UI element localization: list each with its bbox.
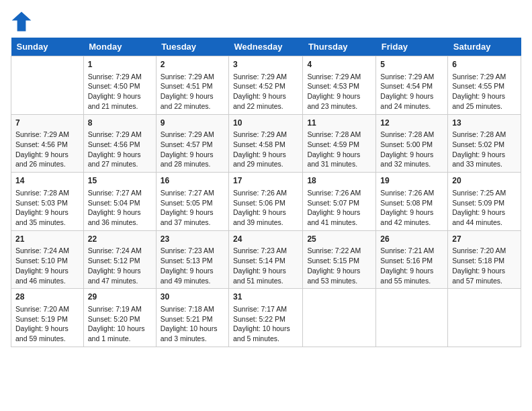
day-number: 29 [88,291,152,303]
day-cell: 23Sunrise: 7:23 AM Sunset: 5:13 PM Dayli… [156,230,228,289]
day-cell: 3Sunrise: 7:29 AM Sunset: 4:52 PM Daylig… [229,56,303,115]
day-info: Sunrise: 7:28 AM Sunset: 4:59 PM Dayligh… [307,130,371,169]
day-number: 9 [161,118,224,129]
day-cell: 27Sunrise: 7:20 AM Sunset: 5:18 PM Dayli… [448,230,521,289]
day-number: 20 [452,175,517,187]
header-day-thursday: Thursday [303,38,376,56]
day-cell: 12Sunrise: 7:28 AM Sunset: 5:00 PM Dayli… [376,114,448,173]
day-info: Sunrise: 7:23 AM Sunset: 5:13 PM Dayligh… [161,246,224,285]
week-row-4: 21Sunrise: 7:24 AM Sunset: 5:10 PM Dayli… [11,230,521,289]
day-number: 25 [307,234,371,245]
day-info: Sunrise: 7:29 AM Sunset: 4:50 PM Dayligh… [88,72,152,111]
day-info: Sunrise: 7:26 AM Sunset: 5:06 PM Dayligh… [233,188,298,228]
day-cell: 25Sunrise: 7:22 AM Sunset: 5:15 PM Dayli… [303,230,376,289]
day-number: 27 [452,234,517,245]
logo [11,11,35,32]
day-number: 14 [15,175,79,187]
day-number: 2 [161,59,224,71]
day-cell [376,289,448,347]
day-info: Sunrise: 7:18 AM Sunset: 5:21 PM Dayligh… [161,304,224,344]
day-number: 7 [15,118,79,129]
day-info: Sunrise: 7:29 AM Sunset: 4:58 PM Dayligh… [233,130,298,169]
day-cell: 22Sunrise: 7:24 AM Sunset: 5:12 PM Dayli… [83,230,156,289]
day-number: 23 [161,234,224,245]
day-cell: 13Sunrise: 7:28 AM Sunset: 5:02 PM Dayli… [448,114,521,173]
week-row-3: 14Sunrise: 7:28 AM Sunset: 5:03 PM Dayli… [11,173,521,231]
header-day-saturday: Saturday [448,38,521,56]
calendar-table: SundayMondayTuesdayWednesdayThursdayFrid… [11,38,521,347]
day-cell: 20Sunrise: 7:25 AM Sunset: 5:09 PM Dayli… [448,173,521,231]
day-cell: 5Sunrise: 7:29 AM Sunset: 4:54 PM Daylig… [376,56,448,115]
svg-marker-0 [12,12,32,32]
day-number: 28 [15,291,79,303]
day-number: 26 [380,234,443,245]
day-number: 10 [233,118,298,129]
day-number: 13 [452,118,517,129]
day-cell: 21Sunrise: 7:24 AM Sunset: 5:10 PM Dayli… [11,230,84,289]
day-number: 18 [307,175,371,187]
day-cell: 8Sunrise: 7:29 AM Sunset: 4:56 PM Daylig… [83,114,156,173]
day-number: 11 [307,118,371,129]
day-info: Sunrise: 7:28 AM Sunset: 5:02 PM Dayligh… [452,130,517,169]
day-number: 21 [15,234,79,245]
day-cell: 9Sunrise: 7:29 AM Sunset: 4:57 PM Daylig… [156,114,228,173]
day-cell: 24Sunrise: 7:23 AM Sunset: 5:14 PM Dayli… [229,230,303,289]
day-info: Sunrise: 7:29 AM Sunset: 4:53 PM Dayligh… [307,72,371,111]
day-cell: 2Sunrise: 7:29 AM Sunset: 4:51 PM Daylig… [156,56,228,115]
day-info: Sunrise: 7:25 AM Sunset: 5:09 PM Dayligh… [452,188,517,228]
header-day-monday: Monday [83,38,156,56]
day-cell [303,289,376,347]
day-info: Sunrise: 7:23 AM Sunset: 5:14 PM Dayligh… [233,246,298,285]
day-cell: 19Sunrise: 7:26 AM Sunset: 5:08 PM Dayli… [376,173,448,231]
day-info: Sunrise: 7:19 AM Sunset: 5:20 PM Dayligh… [88,304,152,344]
day-cell: 15Sunrise: 7:27 AM Sunset: 5:04 PM Dayli… [83,173,156,231]
day-number: 30 [161,291,224,303]
day-info: Sunrise: 7:28 AM Sunset: 5:03 PM Dayligh… [15,188,79,228]
day-info: Sunrise: 7:21 AM Sunset: 5:16 PM Dayligh… [380,246,443,285]
day-info: Sunrise: 7:29 AM Sunset: 4:57 PM Dayligh… [161,130,224,169]
day-number: 15 [88,175,152,187]
day-cell: 17Sunrise: 7:26 AM Sunset: 5:06 PM Dayli… [229,173,303,231]
page-header [11,11,521,32]
day-number: 19 [380,175,443,187]
day-cell: 10Sunrise: 7:29 AM Sunset: 4:58 PM Dayli… [229,114,303,173]
day-number: 16 [161,175,224,187]
day-number: 8 [88,118,152,129]
header-day-wednesday: Wednesday [229,38,303,56]
day-number: 5 [380,59,443,71]
day-info: Sunrise: 7:22 AM Sunset: 5:15 PM Dayligh… [307,246,371,285]
day-info: Sunrise: 7:29 AM Sunset: 4:54 PM Dayligh… [380,72,443,111]
day-cell: 16Sunrise: 7:27 AM Sunset: 5:05 PM Dayli… [156,173,228,231]
day-info: Sunrise: 7:26 AM Sunset: 5:07 PM Dayligh… [307,188,371,228]
day-number: 17 [233,175,298,187]
day-cell [448,289,521,347]
day-info: Sunrise: 7:29 AM Sunset: 4:52 PM Dayligh… [233,72,298,111]
day-number: 31 [233,291,298,303]
header-day-tuesday: Tuesday [156,38,228,56]
header-row: SundayMondayTuesdayWednesdayThursdayFrid… [11,38,521,56]
day-info: Sunrise: 7:24 AM Sunset: 5:12 PM Dayligh… [88,246,152,285]
day-info: Sunrise: 7:27 AM Sunset: 5:04 PM Dayligh… [88,188,152,228]
week-row-2: 7Sunrise: 7:29 AM Sunset: 4:56 PM Daylig… [11,114,521,173]
day-cell: 6Sunrise: 7:29 AM Sunset: 4:55 PM Daylig… [448,56,521,115]
day-number: 12 [380,118,443,129]
day-info: Sunrise: 7:29 AM Sunset: 4:56 PM Dayligh… [88,130,152,169]
day-number: 24 [233,234,298,245]
logo-icon [11,11,32,32]
week-row-5: 28Sunrise: 7:20 AM Sunset: 5:19 PM Dayli… [11,289,521,347]
day-cell: 28Sunrise: 7:20 AM Sunset: 5:19 PM Dayli… [11,289,84,347]
day-cell: 4Sunrise: 7:29 AM Sunset: 4:53 PM Daylig… [303,56,376,115]
day-info: Sunrise: 7:26 AM Sunset: 5:08 PM Dayligh… [380,188,443,228]
day-cell: 1Sunrise: 7:29 AM Sunset: 4:50 PM Daylig… [83,56,156,115]
header-day-friday: Friday [376,38,448,56]
day-cell: 29Sunrise: 7:19 AM Sunset: 5:20 PM Dayli… [83,289,156,347]
day-cell: 7Sunrise: 7:29 AM Sunset: 4:56 PM Daylig… [11,114,84,173]
day-cell: 18Sunrise: 7:26 AM Sunset: 5:07 PM Dayli… [303,173,376,231]
day-info: Sunrise: 7:24 AM Sunset: 5:10 PM Dayligh… [15,246,79,285]
day-info: Sunrise: 7:29 AM Sunset: 4:51 PM Dayligh… [161,72,224,111]
day-info: Sunrise: 7:17 AM Sunset: 5:22 PM Dayligh… [233,304,298,344]
day-cell: 31Sunrise: 7:17 AM Sunset: 5:22 PM Dayli… [229,289,303,347]
day-info: Sunrise: 7:20 AM Sunset: 5:19 PM Dayligh… [15,304,79,344]
day-info: Sunrise: 7:29 AM Sunset: 4:55 PM Dayligh… [452,72,517,111]
day-cell: 14Sunrise: 7:28 AM Sunset: 5:03 PM Dayli… [11,173,84,231]
